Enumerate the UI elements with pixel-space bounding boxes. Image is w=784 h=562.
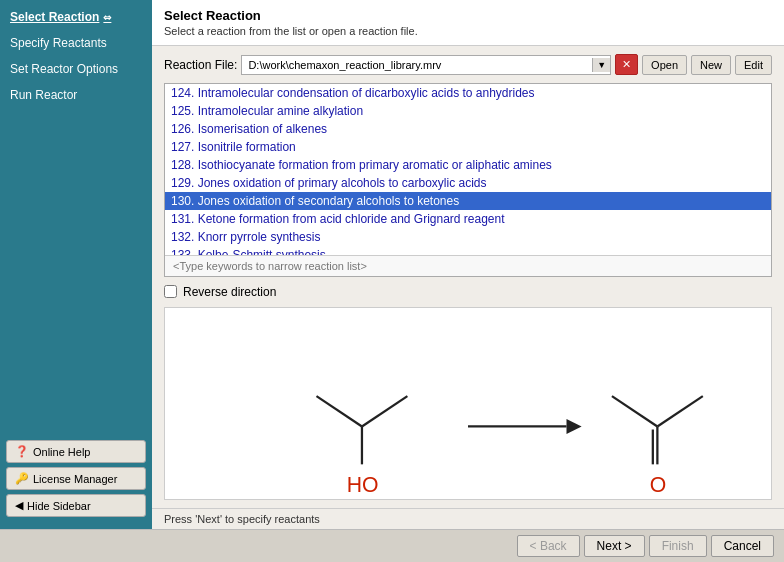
reaction-list-item[interactable]: 131. Ketone formation from acid chloride… — [165, 210, 771, 228]
bottom-nav-bar: < Back Next > Finish Cancel — [0, 529, 784, 562]
reaction-file-row: Reaction File: ▼ ✕ Open New Edit — [164, 54, 772, 75]
sidebar-item-specify-reactants[interactable]: Specify Reactants — [0, 30, 152, 56]
new-file-button[interactable]: New — [691, 55, 731, 75]
file-path-box: ▼ — [241, 55, 611, 75]
back-button[interactable]: < Back — [517, 535, 580, 557]
reaction-list-item[interactable]: 130. Jones oxidation of secondary alcoho… — [165, 192, 771, 210]
next-button[interactable]: Next > — [584, 535, 645, 557]
license-icon: 🔑 — [15, 472, 29, 485]
sidebar: Select Reaction ⇔ Specify Reactants Set … — [0, 0, 152, 529]
content-header: Select Reaction Select a reaction from t… — [152, 0, 784, 46]
reaction-list-item[interactable]: 133. Kolbe-Schmitt synthesis — [165, 246, 771, 255]
reaction-list-item[interactable]: 132. Knorr pyrrole synthesis — [165, 228, 771, 246]
sidebar-item-run-reactor[interactable]: Run Reactor — [0, 82, 152, 108]
hide-sidebar-button[interactable]: ◀ Hide Sidebar — [6, 494, 146, 517]
sidebar-nav: Select Reaction ⇔ Specify Reactants Set … — [0, 0, 152, 434]
keyword-search-input[interactable] — [165, 255, 771, 276]
svg-line-6 — [612, 396, 657, 426]
reaction-file-label: Reaction File: — [164, 58, 237, 72]
reaction-list-item[interactable]: 124. Intramolecular condensation of dica… — [165, 84, 771, 102]
content-body: Reaction File: ▼ ✕ Open New Edit 124. In… — [152, 46, 784, 508]
svg-text:O: O — [650, 472, 667, 495]
reaction-diagram: HO O — [165, 308, 771, 500]
dropdown-arrow-button[interactable]: ▼ — [592, 58, 610, 72]
page-title: Select Reaction — [164, 8, 772, 23]
finish-button[interactable]: Finish — [649, 535, 707, 557]
sidebar-item-label: Specify Reactants — [10, 36, 107, 50]
reverse-direction-checkbox[interactable] — [164, 285, 177, 298]
sidebar-item-set-reactor-options[interactable]: Set Reactor Options — [0, 56, 152, 82]
open-file-button[interactable]: Open — [642, 55, 687, 75]
reverse-direction-label: Reverse direction — [183, 285, 276, 299]
cancel-button[interactable]: Cancel — [711, 535, 774, 557]
help-icon: ❓ — [15, 445, 29, 458]
clear-file-button[interactable]: ✕ — [615, 54, 638, 75]
reaction-list-item[interactable]: 125. Intramolecular amine alkylation — [165, 102, 771, 120]
footer-bar: Press 'Next' to specify reactants — [152, 508, 784, 529]
reaction-list-item[interactable]: 126. Isomerisation of alkenes — [165, 120, 771, 138]
svg-line-7 — [657, 396, 702, 426]
online-help-button[interactable]: ❓ Online Help — [6, 440, 146, 463]
reaction-list-item[interactable]: 127. Isonitrile formation — [165, 138, 771, 156]
footer-text: Press 'Next' to specify reactants — [164, 513, 320, 525]
reverse-direction-row: Reverse direction — [164, 285, 772, 299]
sidebar-item-label: Set Reactor Options — [10, 62, 118, 76]
svg-marker-5 — [566, 418, 581, 433]
sidebar-bottom: ❓ Online Help 🔑 License Manager ◀ Hide S… — [0, 434, 152, 523]
svg-text:HO: HO — [347, 472, 379, 495]
license-manager-button[interactable]: 🔑 License Manager — [6, 467, 146, 490]
reaction-file-input[interactable] — [242, 56, 592, 74]
reaction-list-container: 124. Intramolecular condensation of dica… — [164, 83, 772, 277]
svg-line-0 — [317, 396, 362, 426]
chevron-left-icon: ◀ — [15, 499, 23, 512]
reaction-list-item[interactable]: 128. Isothiocyanate formation from prima… — [165, 156, 771, 174]
reaction-list-item[interactable]: 129. Jones oxidation of primary alcohols… — [165, 174, 771, 192]
edit-file-button[interactable]: Edit — [735, 55, 772, 75]
reaction-preview: HO O — [164, 307, 772, 501]
sidebar-item-select-reaction[interactable]: Select Reaction ⇔ — [0, 4, 152, 30]
svg-line-1 — [362, 396, 407, 426]
sidebar-item-label: Run Reactor — [10, 88, 77, 102]
sidebar-item-label: Select Reaction — [10, 10, 99, 24]
arrow-icon: ⇔ — [103, 12, 111, 23]
content-area: Select Reaction Select a reaction from t… — [152, 0, 784, 529]
page-description: Select a reaction from the list or open … — [164, 25, 772, 37]
reaction-list[interactable]: 124. Intramolecular condensation of dica… — [165, 84, 771, 255]
